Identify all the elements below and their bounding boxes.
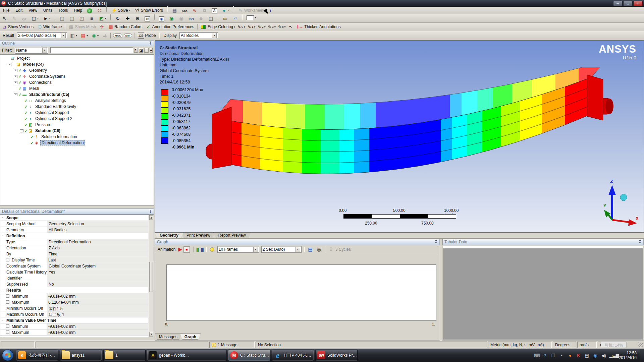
property-value[interactable]: Geometry Selection — [47, 221, 148, 227]
explode-view-icon[interactable]: ✈ — [98, 23, 106, 31]
collapse-icon[interactable]: − — [0, 336, 5, 337]
property-value[interactable]: Yes — [47, 269, 148, 275]
export-video-icon[interactable]: ▤ — [306, 246, 314, 253]
refresh-filter-icon[interactable]: ↻ — [134, 48, 138, 53]
tree-expander[interactable]: − — [8, 63, 11, 66]
tree-expander[interactable] — [20, 105, 23, 108]
property-value[interactable] — [47, 275, 148, 281]
text-annotation-icon[interactable]: A — [210, 7, 218, 14]
tree-expander[interactable] — [20, 123, 23, 126]
property-value[interactable]: -9.61e-002 mm — [47, 329, 148, 335]
tree-expander[interactable] — [14, 87, 17, 90]
tree-expander[interactable]: + — [14, 75, 17, 78]
taskbar-button[interactable]: 1 — [103, 350, 146, 361]
rescale-annotation-icon[interactable]: ☻ — [197, 15, 205, 22]
background-style-select[interactable]: ▾ — [245, 14, 257, 21]
details-row[interactable]: − Coordinate System Global Coordinate Sy… — [0, 263, 148, 269]
details-row[interactable]: − Scope — [0, 215, 148, 221]
face-select-icon[interactable]: ◳ — [78, 15, 86, 22]
probe-button[interactable]: 123 Probe — [137, 32, 157, 39]
checkbox[interactable] — [6, 294, 9, 298]
details-row[interactable]: − Maximum -9.61e-002 mm — [0, 329, 148, 336]
status-message[interactable]: i 1 Message — [209, 342, 255, 348]
edge-coloring-button[interactable]: Edge Coloring ▾ — [200, 23, 236, 31]
details-scrollbar[interactable]: ▲ ▼ — [149, 215, 154, 337]
status-units[interactable]: Metric (mm, kg, N, s, mV, mA) — [488, 342, 552, 348]
checkbox[interactable] — [6, 330, 9, 334]
minimize-button[interactable]: ─ — [613, 1, 623, 6]
property-value[interactable]: Z Axis — [47, 245, 148, 251]
panel-splitter[interactable] — [0, 206, 154, 208]
tree-item[interactable]: ✓ ↓ Standard Earth Gravity — [0, 104, 154, 110]
expand-options-icon[interactable]: → — [144, 48, 149, 53]
taskbar-button[interactable]: M C : Static Structu... — [228, 350, 270, 361]
solve-manager-icon[interactable]: ∷ — [95, 7, 103, 14]
legend-tag-icon[interactable]: ⚐ — [231, 15, 239, 22]
menu-item[interactable]: Help — [71, 7, 85, 13]
property-value[interactable]: No — [47, 281, 148, 287]
ready-status-icon[interactable]: ✔ — [86, 7, 94, 14]
pin-icon[interactable]: ↧ — [149, 209, 152, 214]
show-mesh-button[interactable]: ▦ Show Mesh — [67, 23, 97, 31]
show-errors-button[interactable]: ?/ Show Errors — [133, 7, 164, 14]
solve-button[interactable]: ⚡ Solve ▾ — [110, 7, 131, 14]
pin-icon[interactable]: ↧ — [434, 240, 438, 244]
zoom-animation-icon[interactable]: ◎ — [315, 246, 323, 253]
tree-item[interactable]: ✓ ▦ Mesh — [0, 85, 154, 92]
keyboard-tray-icon[interactable]: ⌨ — [534, 353, 539, 358]
details-row[interactable]: − Orientation Z Axis — [0, 245, 148, 251]
vector-display-icon[interactable]: ⇉ — [101, 32, 109, 39]
image-capture-icon[interactable]: ● ▾ — [220, 7, 230, 14]
viewport-tab[interactable]: Print Preview — [181, 233, 215, 238]
geometry-display-icon[interactable]: ◧▾ — [68, 32, 78, 39]
graph-tab[interactable]: Graph — [180, 334, 201, 340]
separator[interactable] — [110, 14, 111, 20]
property-value[interactable]: Global Coordinate System — [47, 263, 148, 269]
antivirus-tray-icon[interactable]: K — [576, 353, 581, 358]
viewports-icon[interactable]: ◫ — [207, 15, 215, 22]
random-colors-button[interactable]: ▩ Random Colors — [107, 23, 144, 31]
cycles-icon[interactable]: ⫶⫶ — [327, 246, 335, 253]
filter-input[interactable] — [50, 47, 133, 53]
iso-view-icon[interactable]: ISO — [187, 15, 195, 22]
separator[interactable] — [55, 14, 55, 20]
box-zoom-icon[interactable]: ⊕ — [143, 15, 151, 22]
coordinate-pick-icon[interactable]: xyz — [20, 15, 28, 22]
tree-item[interactable]: ✓ ◗ Cylindrical Support 2 — [0, 116, 154, 122]
maximize-button[interactable]: □ — [623, 1, 633, 6]
menu-item[interactable]: View — [25, 7, 40, 13]
details-row[interactable]: − Suppressed No — [0, 281, 148, 287]
clipboard-tray-icon[interactable]: ▤ — [584, 353, 590, 358]
property-value[interactable]: -9.61e-002 mm — [47, 323, 148, 329]
network-tray-icon[interactable]: ▂▄▆⚠ — [609, 353, 615, 358]
property-value[interactable]: 零件1-5 — [47, 305, 148, 311]
clear-filter-icon[interactable]: ◪ — [139, 48, 143, 53]
zoom-icon[interactable]: ⊕ — [133, 15, 142, 22]
tree-expander[interactable]: − — [20, 129, 23, 132]
filter-type-select[interactable]: Name ▾ — [15, 47, 48, 54]
zoom-window-icon[interactable]: ◉ — [158, 15, 166, 22]
details-row[interactable]: − Display Time Last — [0, 257, 148, 263]
menu-item[interactable]: File — [0, 7, 12, 13]
taskbar-button[interactable]: K 依恋-蔡淳佳-酷我... — [16, 350, 58, 361]
play-button[interactable]: ▶ — [178, 246, 182, 252]
help-tray-icon[interactable]: ? — [542, 353, 548, 358]
taskbar-button[interactable]: A geban - Workb... — [147, 350, 227, 361]
time-history-chart[interactable] — [166, 264, 436, 321]
menu-item[interactable]: Units — [40, 7, 55, 13]
smooth-contour-icon[interactable]: ◉▾ — [90, 32, 100, 39]
tree-item[interactable]: ✓ ◗ Cylindrical Support — [0, 110, 154, 116]
separator[interactable] — [154, 14, 155, 20]
graphics-viewport[interactable]: C: Static Structural Directional Deforma… — [155, 40, 644, 233]
body-select-icon[interactable]: ■ — [88, 15, 96, 22]
timeline-bars-icon[interactable]: ||| — [201, 247, 204, 252]
details-row[interactable]: − Maximum Occurs On 法兰改-1 — [0, 311, 148, 317]
edge-thickness-1-icon[interactable]: ✎ 1 ▾ — [248, 24, 255, 29]
display-select[interactable]: All Bodies ▾ — [179, 32, 218, 39]
tree-expander[interactable]: + — [14, 69, 17, 72]
comment-icon[interactable]: ✿ — [201, 7, 209, 14]
edge-hide-icon[interactable]: ✎ x ▾ — [278, 24, 285, 29]
tree-item[interactable]: ✓ ∩ Analysis Settings — [0, 98, 154, 104]
tree-item[interactable]: + ✓ ◉ Connections — [0, 79, 154, 85]
bulb-icon[interactable] — [210, 247, 214, 252]
